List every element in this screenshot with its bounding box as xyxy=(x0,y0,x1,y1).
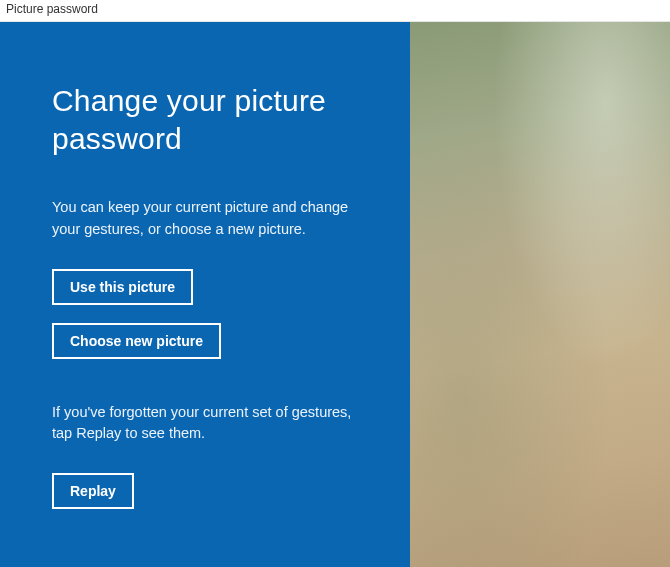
choose-new-picture-button[interactable]: Choose new picture xyxy=(52,323,221,359)
description-text: You can keep your current picture and ch… xyxy=(52,197,358,241)
window-titlebar: Picture password xyxy=(0,0,670,22)
replay-button[interactable]: Replay xyxy=(52,473,134,509)
use-this-picture-button[interactable]: Use this picture xyxy=(52,269,193,305)
page-title: Change your picture password xyxy=(52,82,358,157)
main-content: Change your picture password You can kee… xyxy=(0,22,670,567)
spacer xyxy=(52,377,358,402)
window-title: Picture password xyxy=(6,2,98,16)
picture-preview-area xyxy=(410,22,670,567)
replay-hint-text: If you've forgotten your current set of … xyxy=(52,402,358,446)
left-panel: Change your picture password You can kee… xyxy=(0,22,410,567)
